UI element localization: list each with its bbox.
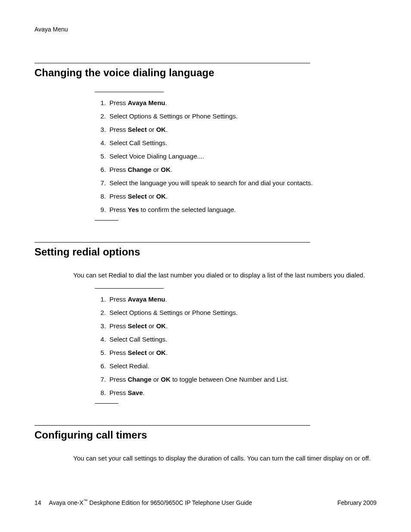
step-bold: Select [128,322,147,330]
step-text: . [166,193,168,200]
steps-rule-top [95,288,164,289]
section-heading: Configuring call timers [34,429,377,441]
step-item: Select Redial. [108,361,377,370]
step-text: Press [109,206,128,213]
step-text: or [147,349,156,356]
step-text: or [147,126,156,133]
step-bold: Select [128,193,147,200]
step-bold: Avaya Menu [128,296,165,303]
footer-title: Avaya one-X™ Deskphone Edition for 9650/… [49,498,252,506]
step-text: Select Options & Settings or Phone Setti… [109,112,238,120]
step-item: Press Yes to confirm the selected langua… [108,205,377,214]
step-bold: OK [156,126,166,133]
steps-list: Press Avaya Menu.Select Options & Settin… [108,98,377,214]
step-item: Press Select or OK. [108,348,377,357]
step-bold: OK [156,193,166,200]
section-rule [34,425,310,426]
step-text: Press [109,193,128,200]
page-footer: 14 Avaya one-X™ Deskphone Edition for 96… [34,498,377,506]
step-item: Press Select or OK. [108,192,377,201]
step-item: Press Avaya Menu. [108,295,377,304]
step-text: or [147,322,156,330]
section: Configuring call timersYou can set your … [34,425,377,463]
step-item: Select Voice Dialing Language.... [108,152,377,161]
step-text: Press [109,389,128,396]
step-item: Press Change or OK to toggle between One… [108,375,377,384]
steps-rule-top [95,92,164,92]
section-rule [34,63,310,63]
step-item: Select Call Settings. [108,138,377,147]
step-text: Select Options & Settings or Phone Setti… [109,309,238,316]
section: Setting redial optionsYou can set Redial… [34,242,377,404]
running-header: Avaya Menu [34,26,377,33]
footer-date: February 2009 [337,499,377,506]
step-text: to toggle between One Number and List. [171,376,289,383]
step-text: Press [109,296,128,303]
step-bold: Yes [128,206,139,213]
section: Changing the voice dialing languagePress… [34,63,377,221]
page-number: 14 [34,499,41,506]
step-text: Press [109,376,128,383]
step-item: Press Avaya Menu. [108,98,377,107]
step-item: Select Call Settings. [108,335,377,344]
step-text: . [166,126,168,133]
step-text: or [147,193,156,200]
step-text: . [165,99,167,106]
section-intro: You can set your call settings to displa… [73,454,377,463]
steps-rule-bottom [95,403,118,404]
step-item: Press Select or OK. [108,321,377,330]
section-rule [34,242,310,243]
step-text: Press [109,99,128,106]
step-text: or [152,166,161,173]
step-bold: Select [128,349,147,356]
step-text: Press [109,126,128,133]
step-item: Press Select or OK. [108,125,377,134]
step-text: Select Redial. [109,362,149,370]
step-text: Press [109,322,128,330]
step-bold: Select [128,126,147,133]
step-text: to confirm the selected language. [139,206,236,213]
step-text: Press [109,349,128,356]
step-text: Select Call Settings. [109,139,167,146]
step-bold: OK [156,349,166,356]
step-bold: OK [161,166,171,173]
step-text: . [166,349,168,356]
step-bold: Change [128,166,152,173]
step-bold: Change [128,376,152,383]
step-text: . [143,389,145,396]
step-bold: OK [161,376,171,383]
step-text: . [171,166,172,173]
step-text: . [165,296,167,303]
step-text: Select the language you will speak to se… [109,179,313,187]
steps-list: Press Avaya Menu.Select Options & Settin… [108,295,377,397]
step-text: Select Call Settings. [109,336,167,343]
step-text: or [152,376,161,383]
step-item: Press Save. [108,388,377,397]
step-bold: Avaya Menu [128,99,165,106]
steps-rule-bottom [95,220,118,221]
section-heading: Setting redial options [34,246,377,258]
step-item: Select Options & Settings or Phone Setti… [108,308,377,317]
step-text: . [166,322,168,330]
section-intro: You can set Redial to dial the last numb… [73,271,377,280]
step-text: Press [109,166,128,173]
step-bold: OK [156,322,166,330]
step-item: Select Options & Settings or Phone Setti… [108,112,377,121]
section-heading: Changing the voice dialing language [34,67,377,79]
step-item: Select the language you will speak to se… [108,178,377,187]
step-item: Press Change or OK. [108,165,377,174]
step-bold: Save [128,389,143,396]
step-text: Select Voice Dialing Language.... [109,152,204,160]
